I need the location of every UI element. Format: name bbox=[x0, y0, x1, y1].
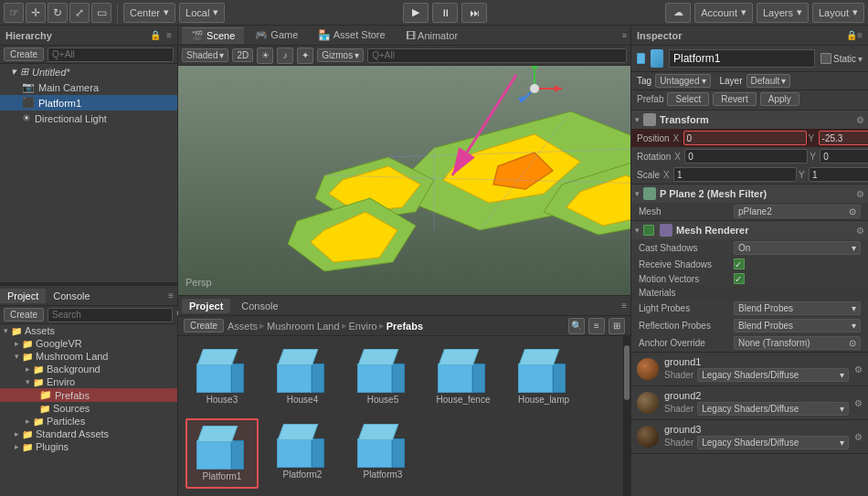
scene-menu[interactable]: ≡ bbox=[622, 31, 627, 40]
fx-toggle[interactable]: ✦ bbox=[297, 47, 313, 64]
shader-ground1-dropdown[interactable]: Legacy Shaders/Diffuse ▾ bbox=[697, 368, 849, 382]
static-checkbox[interactable] bbox=[820, 53, 831, 64]
rotation-y-input[interactable] bbox=[820, 149, 868, 164]
play-button[interactable]: ▶ bbox=[403, 3, 429, 23]
layers-dropdown[interactable]: Layers ▾ bbox=[757, 3, 809, 23]
asset-item-platform2[interactable]: Platform2 bbox=[266, 418, 339, 490]
asset-item-platform1[interactable]: Platform1 bbox=[185, 418, 259, 490]
scale-tool[interactable]: ⤢ bbox=[69, 3, 90, 23]
mesh-filter-gear-icon[interactable]: ⚙ bbox=[856, 189, 864, 199]
scale-y-input[interactable] bbox=[809, 167, 868, 182]
hierarchy-lock[interactable]: 🔒 bbox=[150, 30, 161, 40]
asset-menu[interactable]: ≡ bbox=[621, 301, 627, 311]
receive-shadows-checkbox[interactable]: ✓ bbox=[734, 259, 745, 269]
hierarchy-menu[interactable]: ≡ bbox=[166, 30, 172, 40]
account-dropdown[interactable]: Account ▾ bbox=[694, 3, 753, 23]
layer-dropdown[interactable]: Default▾ bbox=[746, 74, 791, 88]
standard-assets-folder[interactable]: ▸ 📁 Standard Assets bbox=[0, 427, 177, 440]
project-menu[interactable]: ≡ bbox=[168, 290, 177, 301]
project-search-input[interactable] bbox=[48, 308, 173, 322]
shader-ground2-dropdown[interactable]: Legacy Shaders/Diffuse ▾ bbox=[697, 402, 849, 416]
tab-scene[interactable]: 🎬 Scene bbox=[182, 27, 244, 44]
mesh-renderer-gear-icon[interactable]: ⚙ bbox=[856, 226, 864, 236]
tab-game[interactable]: 🎮 Game bbox=[246, 27, 307, 43]
transform-gear-icon[interactable]: ⚙ bbox=[856, 115, 864, 125]
prefab-select-button[interactable]: Select bbox=[667, 92, 709, 106]
local-dropdown[interactable]: Local ▾ bbox=[179, 3, 225, 23]
tab-animator[interactable]: 🎞 Animator bbox=[397, 28, 467, 43]
pause-button[interactable]: ⏸ bbox=[432, 3, 458, 23]
static-dropdown-icon[interactable]: ▾ bbox=[858, 54, 863, 64]
asset-item-house-lamp[interactable]: House_lamp bbox=[507, 343, 580, 411]
tag-dropdown[interactable]: Untagged▾ bbox=[655, 74, 710, 88]
directional-light-item[interactable]: ☀ Directional Light bbox=[0, 111, 177, 126]
transform-header[interactable]: ▾ Transform ⚙ bbox=[631, 111, 868, 129]
inspector-lock[interactable]: 🔒 bbox=[846, 30, 857, 40]
audio-toggle[interactable]: ♪ bbox=[277, 47, 293, 64]
background-folder[interactable]: ▸ 📁 Background bbox=[0, 363, 177, 375]
material-ground3-gear-icon[interactable]: ⚙ bbox=[854, 432, 863, 442]
material-ground1-gear-icon[interactable]: ⚙ bbox=[854, 364, 863, 375]
position-x-input[interactable] bbox=[683, 131, 807, 145]
shading-dropdown[interactable]: Shaded▾ bbox=[182, 48, 228, 62]
scale-x-input[interactable] bbox=[673, 167, 797, 182]
object-active-checkbox[interactable] bbox=[637, 53, 645, 64]
plugins-folder[interactable]: ▸ 📁 Plugins bbox=[0, 440, 177, 453]
asset-item-house-fence[interactable]: House_fence bbox=[427, 343, 500, 411]
scene-search-input[interactable] bbox=[367, 48, 627, 63]
rotation-x-input[interactable] bbox=[684, 149, 808, 164]
mesh-renderer-toggle[interactable] bbox=[643, 225, 654, 236]
sources-folder[interactable]: 📁 Sources bbox=[0, 402, 177, 415]
position-y-input[interactable] bbox=[819, 131, 868, 145]
hierarchy-create-button[interactable]: Create bbox=[4, 47, 44, 61]
asset-item-house3[interactable]: House3 bbox=[185, 343, 259, 411]
asset-create-button[interactable]: Create bbox=[184, 319, 224, 332]
scene-viewport[interactable]: Persp bbox=[178, 66, 630, 295]
scene-item[interactable]: ▾ ⊞ Untitled* bbox=[0, 64, 177, 79]
mesh-filter-header[interactable]: ▾ P Plane 2 (Mesh Filter) ⚙ bbox=[631, 185, 868, 203]
light-probes-dropdown[interactable]: Blend Probes ▾ bbox=[734, 301, 861, 315]
asset-scrollbar-thumb[interactable] bbox=[624, 345, 630, 400]
prefab-apply-button[interactable]: Apply bbox=[760, 92, 799, 106]
tab-console[interactable]: Console bbox=[46, 289, 97, 303]
main-camera-item[interactable]: 📷 Main Camera bbox=[0, 79, 177, 95]
asset-search-btn[interactable]: 🔍 bbox=[568, 318, 585, 334]
tab-console-assets[interactable]: Console bbox=[234, 299, 285, 313]
move-tool[interactable]: ✛ bbox=[26, 3, 46, 23]
cloud-button[interactable]: ☁ bbox=[665, 3, 691, 23]
inspector-menu[interactable]: ≡ bbox=[857, 30, 863, 40]
gizmos-dropdown[interactable]: Gizmos▾ bbox=[317, 48, 364, 62]
particles-folder[interactable]: ▸ 📁 Particles bbox=[0, 415, 177, 427]
tab-project-assets[interactable]: Project bbox=[182, 299, 230, 313]
asset-item-house4[interactable]: House4 bbox=[266, 343, 339, 411]
asset-item-house5[interactable]: House5 bbox=[346, 343, 419, 411]
project-create-button[interactable]: Create bbox=[4, 308, 44, 322]
prefab-revert-button[interactable]: Revert bbox=[713, 92, 756, 106]
hand-tool[interactable]: ☞ bbox=[4, 3, 24, 23]
platform1-item[interactable]: ⬛ Platform1 bbox=[0, 95, 177, 111]
tab-asset-store[interactable]: 🏪 Asset Store bbox=[309, 27, 394, 43]
mushroom-land-folder[interactable]: ▾ 📁 Mushroom Land bbox=[0, 350, 177, 363]
asset-grid-view[interactable]: ⊞ bbox=[609, 318, 625, 334]
2d-button[interactable]: 2D bbox=[232, 48, 253, 62]
material-ground2-gear-icon[interactable]: ⚙ bbox=[854, 398, 863, 408]
tab-project[interactable]: Project bbox=[0, 289, 46, 303]
reflection-probes-dropdown[interactable]: Blend Probes ▾ bbox=[734, 319, 861, 332]
googlevr-folder[interactable]: ▸ 📁 GoogleVR bbox=[0, 337, 177, 350]
center-dropdown[interactable]: Center ▾ bbox=[123, 3, 175, 23]
enviro-folder[interactable]: ▾ 📁 Enviro bbox=[0, 375, 177, 388]
shader-ground3-dropdown[interactable]: Legacy Shaders/Diffuse ▾ bbox=[697, 436, 849, 449]
step-button[interactable]: ⏭ bbox=[461, 3, 487, 23]
rect-tool[interactable]: ▭ bbox=[91, 3, 111, 23]
rotate-tool[interactable]: ↻ bbox=[48, 3, 68, 23]
object-name-input[interactable] bbox=[669, 49, 815, 68]
assets-folder[interactable]: ▾ 📁 Assets bbox=[0, 324, 177, 337]
lighting-toggle[interactable]: ☀ bbox=[257, 47, 273, 64]
cast-shadows-dropdown[interactable]: On ▾ bbox=[734, 241, 861, 255]
mesh-value-dropdown[interactable]: pPlane2 ⊙ bbox=[734, 205, 861, 218]
layout-dropdown[interactable]: Layout ▾ bbox=[812, 3, 864, 23]
asset-scrollbar[interactable] bbox=[623, 336, 630, 496]
motion-vectors-checkbox[interactable]: ✓ bbox=[734, 273, 745, 284]
anchor-override-dropdown[interactable]: None (Transform) ⊙ bbox=[734, 336, 861, 350]
mesh-renderer-header[interactable]: ▾ Mesh Renderer ⚙ bbox=[631, 221, 868, 239]
